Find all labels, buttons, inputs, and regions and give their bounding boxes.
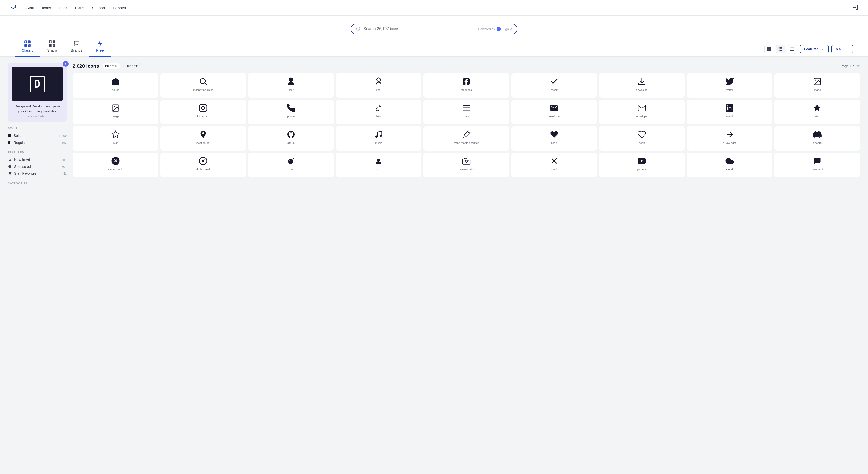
nav-icons[interactable]: Icons: [42, 6, 51, 10]
icon-card-download[interactable]: download: [599, 73, 685, 98]
view-grid-small-btn[interactable]: [776, 45, 785, 54]
icon-card-facebook[interactable]: facebook: [424, 73, 509, 98]
svg-point-7: [25, 41, 27, 43]
nav-start[interactable]: Start: [27, 6, 34, 10]
icon-card-xmark[interactable]: xmark: [511, 153, 597, 177]
icon-card-magnifying-glass[interactable]: magnifying-glass: [160, 73, 246, 98]
sidebar-solid-count: 1,390: [59, 134, 67, 138]
tabs-area: Classic Sharp Brands: [0, 34, 868, 57]
sidebar-new-v6[interactable]: New In V6 357: [8, 156, 67, 163]
tab-sharp[interactable]: Sharp: [40, 38, 64, 57]
icon-label-image: image: [813, 88, 821, 91]
icon-card-star-outline[interactable]: star: [73, 126, 158, 151]
github-icon: [286, 130, 296, 139]
icon-card-envelope[interactable]: envelope: [511, 100, 597, 124]
icon-card-bomb[interactable]: bomb: [248, 153, 334, 177]
logo[interactable]: [10, 4, 17, 12]
icon-card-phone[interactable]: phone: [248, 100, 334, 124]
svg-point-33: [200, 78, 205, 84]
sidebar-staff-favorites[interactable]: Staff Favorites 42: [8, 170, 67, 177]
heart-solid-icon: [550, 130, 559, 139]
svg-point-51: [380, 135, 382, 137]
icon-card-bars[interactable]: bars: [424, 100, 509, 124]
view-list-btn[interactable]: [788, 45, 797, 54]
svg-rect-16: [767, 47, 769, 49]
tab-classic[interactable]: Classic: [15, 38, 40, 57]
icon-card-image[interactable]: image: [774, 73, 860, 98]
tab-brands[interactable]: Brands: [64, 38, 89, 57]
icon-card-discord[interactable]: discord: [774, 126, 860, 151]
svg-rect-23: [779, 48, 780, 49]
icon-label-star-outline: star: [113, 141, 118, 144]
nav-support[interactable]: Support: [92, 6, 105, 10]
sort-dropdown-label: Featured: [804, 47, 819, 51]
svg-point-42: [205, 105, 206, 106]
icon-card-camera-retro[interactable]: camera-retro: [424, 153, 509, 177]
nav-docs[interactable]: Docs: [59, 6, 67, 10]
tabs-left: Classic Sharp Brands: [15, 38, 111, 57]
nav-podcast[interactable]: Podcast: [113, 6, 126, 10]
sort-dropdown-btn[interactable]: Featured: [800, 45, 829, 54]
icon-card-instagram[interactable]: instagram: [160, 100, 246, 124]
icon-card-linkedin[interactable]: linkedin: [687, 100, 773, 124]
icon-card-cloud[interactable]: cloud: [687, 153, 773, 177]
svg-rect-66: [468, 160, 469, 161]
icon-card-location-dot[interactable]: location-dot: [160, 126, 246, 151]
envelope2-icon: [638, 103, 646, 113]
icon-card-wand-magic-sparkles[interactable]: wand-magic-sparkles: [424, 126, 509, 151]
wand-magic-sparkles-icon: [462, 130, 471, 139]
ad-via: ads via Carbon: [12, 115, 63, 118]
sidebar-regular[interactable]: Regular 163: [8, 139, 67, 146]
nav-links: Start Icons Docs Plans Support Podcast: [27, 6, 852, 10]
sidebar-sponsored[interactable]: Sponsored 501: [8, 163, 67, 170]
page-info: Page 1 of 12: [841, 64, 860, 68]
ad-close-btn[interactable]: ×: [63, 61, 69, 67]
icon-card-circle-xmark[interactable]: circle-xmark: [73, 153, 158, 177]
cloud-icon: [725, 157, 734, 165]
icon-card-user-solid[interactable]: user: [248, 73, 334, 98]
icon-label-arrow-right: arrow-right: [723, 141, 736, 144]
tab-free[interactable]: Free: [89, 38, 111, 57]
nav-login[interactable]: [852, 4, 858, 11]
circle-xmark-icon: [111, 157, 120, 165]
envelope-icon: [550, 103, 559, 113]
view-grid-large-btn[interactable]: [765, 45, 773, 54]
filter-free-tag[interactable]: FREE ×: [102, 63, 120, 69]
icon-card-youtube[interactable]: youtube: [599, 153, 685, 177]
icon-card-user-outline[interactable]: user: [336, 73, 422, 98]
sidebar-categories-title: CATEGORIES: [8, 182, 67, 185]
icon-card-github[interactable]: github: [248, 126, 334, 151]
icon-card-poo[interactable]: poo: [336, 153, 422, 177]
icon-card-star-solid[interactable]: star: [774, 100, 860, 124]
discord-icon: [813, 130, 822, 139]
icon-card-house[interactable]: house: [73, 73, 158, 98]
svg-point-49: [203, 132, 205, 134]
icon-card-heart-solid[interactable]: heart: [511, 126, 597, 151]
icon-label-bomb: bomb: [287, 168, 294, 171]
icon-card-arrow-right[interactable]: arrow-right: [687, 126, 773, 151]
sidebar-solid[interactable]: Solid 1,390: [8, 132, 67, 139]
filter-free-remove[interactable]: ×: [115, 64, 117, 68]
comment-icon: [813, 157, 822, 165]
version-dropdown-btn[interactable]: 6.4.0: [832, 45, 853, 54]
icon-card-heart-outline[interactable]: heart: [599, 126, 685, 151]
icon-card-circle-xmark2[interactable]: circle-xmark: [160, 153, 246, 177]
icon-card-check[interactable]: check: [511, 73, 597, 98]
svg-rect-46: [551, 105, 558, 111]
icon-card-comment[interactable]: comment: [774, 153, 860, 177]
icon-card-tiktok[interactable]: tiktok: [336, 100, 422, 124]
algolia-logo: [497, 27, 501, 31]
svg-rect-17: [769, 47, 771, 49]
icon-card-envelope2[interactable]: envelope: [599, 100, 685, 124]
icon-card-image2[interactable]: image: [73, 100, 158, 124]
search-input[interactable]: [363, 27, 478, 31]
icon-label-phone: phone: [287, 115, 295, 118]
nav-plans[interactable]: Plans: [75, 6, 84, 10]
icon-card-music[interactable]: music: [336, 126, 422, 151]
reset-btn[interactable]: RESET: [123, 63, 141, 69]
download-icon: [638, 77, 646, 86]
icon-card-twitter[interactable]: twitter: [687, 73, 773, 98]
staff-favorites-count: 42: [63, 172, 67, 176]
magnifying-glass-icon: [199, 77, 208, 86]
music-icon: [374, 130, 383, 139]
